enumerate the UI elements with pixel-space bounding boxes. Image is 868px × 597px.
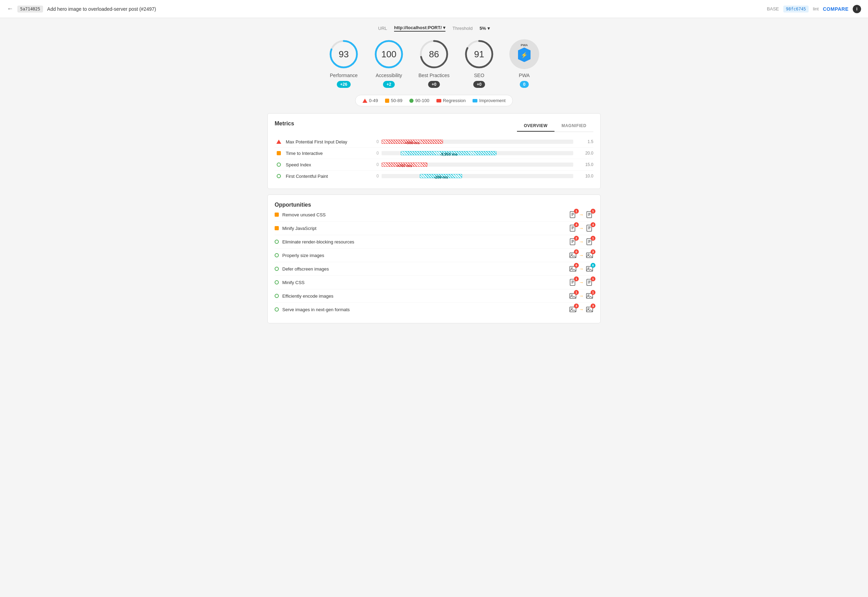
arrow-icon: → bbox=[579, 239, 584, 245]
legend-circle-icon bbox=[410, 99, 414, 103]
tab-magnified[interactable]: MAGNIFIED bbox=[555, 120, 594, 132]
back-button[interactable]: ← bbox=[7, 5, 13, 12]
list-item: Minify CSS 1 → 1 bbox=[274, 276, 594, 289]
opp-icons-render-blocking: 2 → 1 bbox=[569, 238, 594, 245]
opp-name-remove-css: Remove unused CSS bbox=[282, 212, 565, 217]
compare-count-badge: 1 bbox=[591, 209, 595, 214]
base-count-badge: 6 bbox=[574, 263, 579, 268]
info-button[interactable]: i bbox=[853, 5, 861, 13]
list-item: Efficiently encode images 1 → 1 bbox=[274, 289, 594, 303]
seo-score: 91 bbox=[474, 49, 484, 60]
svg-point-40 bbox=[588, 267, 589, 269]
opp-name-minify-css: Minify CSS bbox=[282, 280, 565, 285]
metric-name-fcp: First Contentful Paint bbox=[286, 174, 362, 179]
score-performance: 93 Performance +26 bbox=[328, 39, 359, 88]
metric-bar-fcp: -259 ms bbox=[381, 172, 573, 180]
tab-overview[interactable]: OVERVIEW bbox=[517, 120, 555, 132]
metric-icon-fcp bbox=[274, 174, 283, 178]
legend-improvement-icon bbox=[473, 99, 478, 102]
arrow-icon: → bbox=[579, 212, 584, 217]
svg-point-54 bbox=[571, 308, 573, 309]
base-count-badge: 0 bbox=[574, 249, 579, 254]
metrics-card: Metrics OVERVIEW MAGNIFIED Max Potential… bbox=[267, 113, 601, 189]
metric-zero-fpid: 0 bbox=[365, 139, 379, 144]
metrics-title: Metrics bbox=[274, 120, 294, 127]
bar-label-fpid: +566 ms bbox=[405, 141, 420, 145]
list-item: Serve images in next-gen formats 3 → 3 bbox=[274, 303, 594, 316]
compare-commit-badge: 98fc6745 bbox=[783, 6, 809, 12]
bar-label-fcp: -259 ms bbox=[434, 175, 448, 179]
legend-regression-icon bbox=[436, 99, 441, 102]
opp-icons-defer-offscreen: 6 → 6 bbox=[569, 265, 594, 273]
metric-score-si: 15.0 bbox=[576, 162, 594, 167]
url-value[interactable]: http://localhost:PORT/ ▾ bbox=[394, 25, 445, 31]
opp-icon-defer-offscreen bbox=[274, 267, 279, 271]
svg-point-52 bbox=[588, 294, 589, 296]
metric-zero-si: 0 bbox=[365, 162, 379, 167]
opp-name-encode-images: Efficiently encode images bbox=[282, 294, 565, 298]
legend-90-100-label: 90-100 bbox=[415, 98, 429, 103]
table-row: Time to Interactive 0 -9,950 ms 20.0 bbox=[274, 148, 594, 159]
base-count-badge: 1 bbox=[574, 276, 579, 281]
compare-count-badge: 3 bbox=[591, 303, 595, 308]
compare-count-badge: 1 bbox=[591, 276, 595, 281]
opp-icon-properly-size bbox=[274, 253, 279, 257]
metric-score-fcp: 10.0 bbox=[576, 174, 594, 178]
arrow-icon: → bbox=[579, 226, 584, 231]
threshold-value[interactable]: 5% ▾ bbox=[479, 26, 490, 31]
opp-name-minify-js: Minify JavaScript bbox=[282, 226, 565, 231]
svg-point-38 bbox=[571, 267, 573, 269]
compare-count-badge: 4 bbox=[591, 222, 595, 227]
svg-point-36 bbox=[588, 254, 589, 255]
best-practices-label: Best Practices bbox=[418, 73, 449, 78]
legend-triangle-icon bbox=[362, 99, 367, 103]
compare-count-badge: 3 bbox=[591, 249, 595, 254]
performance-badge: +26 bbox=[337, 81, 351, 88]
list-item: Remove unused CSS 1 → 1 bbox=[274, 208, 594, 221]
legend-0-49-label: 0-49 bbox=[369, 98, 378, 103]
bar-label-tti: -9,950 ms bbox=[440, 152, 457, 156]
url-label: URL bbox=[378, 26, 387, 31]
performance-score: 93 bbox=[339, 49, 349, 60]
list-item: Defer offscreen images 6 → 6 bbox=[274, 262, 594, 276]
threshold-label: Threshold bbox=[453, 26, 473, 31]
arrow-icon: → bbox=[579, 293, 584, 298]
score-best-practices: 86 Best Practices +0 bbox=[418, 39, 450, 88]
opp-icon-encode-images bbox=[274, 294, 279, 298]
best-practices-badge: +0 bbox=[428, 81, 440, 88]
legend-50-89: 50-89 bbox=[385, 98, 402, 103]
scores-row: 93 Performance +26 100 Accessibility +2 bbox=[267, 39, 601, 88]
accessibility-badge: +2 bbox=[383, 81, 395, 88]
compare-button[interactable]: COMPARE bbox=[823, 6, 849, 12]
metric-bar-tti: -9,950 ms bbox=[381, 150, 573, 157]
metric-icon-tti bbox=[274, 151, 283, 155]
legend: 0-49 50-89 90-100 Regression Improvement bbox=[355, 95, 513, 106]
base-label: BASE bbox=[767, 6, 779, 12]
metric-bar-si: +767 ms bbox=[381, 161, 573, 168]
metric-name-fpid: Max Potential First Input Delay bbox=[286, 139, 362, 144]
opportunities-card: Opportunities Remove unused CSS 1 → 1 Mi… bbox=[267, 195, 601, 323]
base-commit-badge: 5a714025 bbox=[17, 6, 43, 12]
arrow-icon: → bbox=[579, 266, 584, 272]
metric-zero-fcp: 0 bbox=[365, 174, 379, 178]
legend-regression: Regression bbox=[436, 98, 466, 103]
metrics-rows: Max Potential First Input Delay 0 +566 m… bbox=[274, 136, 594, 182]
url-bar: URL http://localhost:PORT/ ▾ Threshold 5… bbox=[267, 25, 601, 31]
table-row: First Contentful Paint 0 -259 ms 10.0 bbox=[274, 171, 594, 182]
seo-badge: +0 bbox=[473, 81, 485, 88]
pwa-badge: 0 bbox=[520, 81, 529, 88]
commit-title: Add hero image to overloaded-server post… bbox=[47, 6, 763, 12]
opp-icons-remove-css: 1 → 1 bbox=[569, 211, 594, 218]
opp-icons-encode-images: 1 → 1 bbox=[569, 292, 594, 300]
table-row: Max Potential First Input Delay 0 +566 m… bbox=[274, 136, 594, 148]
opp-name-render-blocking: Eliminate render-blocking resources bbox=[282, 239, 565, 245]
header: ← 5a714025 Add hero image to overloaded-… bbox=[0, 0, 868, 18]
metric-bar-fpid: +566 ms bbox=[381, 138, 573, 145]
seo-label: SEO bbox=[474, 73, 484, 78]
opp-icon-nextgen-images bbox=[274, 307, 279, 312]
triangle-icon bbox=[276, 140, 281, 144]
opp-name-defer-offscreen: Defer offscreen images bbox=[282, 266, 565, 272]
opp-icons-properly-size: 0 → 3 bbox=[569, 251, 594, 259]
arrow-icon: → bbox=[579, 307, 584, 312]
opp-icon-remove-css bbox=[274, 212, 279, 217]
